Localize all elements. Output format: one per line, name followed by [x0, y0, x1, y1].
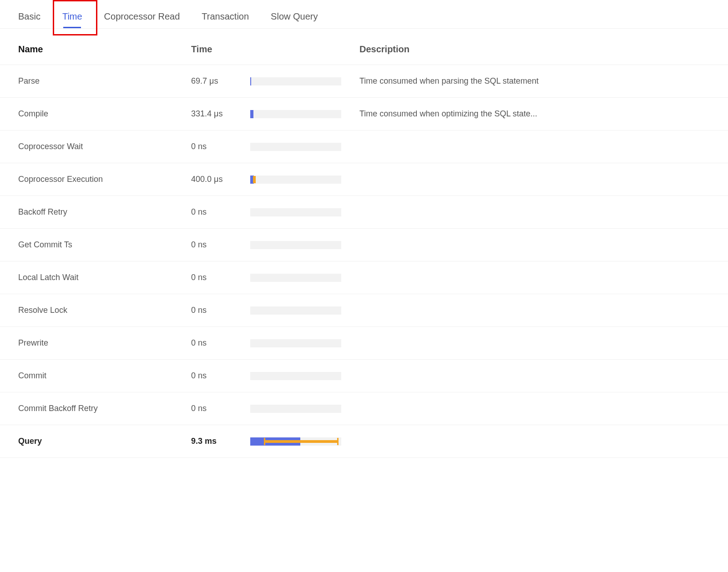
column-header-name[interactable]: Name [18, 44, 191, 55]
table-row[interactable]: Local Latch Wait0 ns [0, 261, 728, 294]
tab-time[interactable]: Time [62, 5, 82, 28]
row-bar-cell [250, 208, 359, 216]
tabs-bar: Basic Time Coprocessor Read Transaction … [0, 0, 728, 29]
row-name: Commit Backoff Retry [18, 404, 191, 413]
bar-track [250, 77, 341, 85]
bar-fill [250, 110, 253, 118]
bar-track [250, 208, 341, 216]
bar-track [250, 176, 341, 184]
row-description: Time consumed when optimizing the SQL st… [359, 109, 710, 119]
row-time-value: 0 ns [191, 404, 250, 413]
row-time-value: 9.3 ms [191, 437, 250, 446]
row-name: Query [18, 437, 191, 446]
row-bar-cell [250, 405, 359, 413]
row-time-value: 331.4 μs [191, 109, 250, 119]
tab-slow-query[interactable]: Slow Query [271, 5, 318, 28]
row-time-value: 0 ns [191, 240, 250, 250]
table-row[interactable]: Coprocessor Wait0 ns [0, 130, 728, 163]
bar-track [250, 306, 341, 315]
row-bar-cell [250, 274, 359, 282]
table-row[interactable]: Parse69.7 μsTime consumed when parsing t… [0, 65, 728, 98]
row-name: Compile [18, 109, 191, 119]
row-bar-cell [250, 306, 359, 315]
tab-basic[interactable]: Basic [18, 5, 40, 28]
table-row[interactable]: Resolve Lock0 ns [0, 294, 728, 327]
row-name: Resolve Lock [18, 306, 191, 315]
row-time-value: 0 ns [191, 371, 250, 381]
row-time-value: 69.7 μs [191, 76, 250, 86]
row-time-value: 0 ns [191, 207, 250, 217]
row-name: Local Latch Wait [18, 273, 191, 282]
row-description: Time consumed when parsing the SQL state… [359, 76, 710, 86]
page-container: Basic Time Coprocessor Read Transaction … [0, 0, 728, 458]
row-time-value: 0 ns [191, 273, 250, 282]
tab-transaction[interactable]: Transaction [202, 5, 249, 28]
bar-error-range [253, 178, 256, 181]
table-row[interactable]: Query9.3 ms [0, 425, 728, 458]
row-name: Parse [18, 76, 191, 86]
bar-error-range [264, 440, 339, 443]
bar-track [250, 405, 341, 413]
row-name: Get Commit Ts [18, 240, 191, 250]
row-name: Coprocessor Wait [18, 142, 191, 151]
time-table: Name Time Description Parse69.7 μsTime c… [0, 29, 728, 458]
row-bar-cell [250, 77, 359, 85]
row-time-value: 0 ns [191, 306, 250, 315]
column-header-time[interactable]: Time [191, 44, 250, 55]
tab-coprocessor-read[interactable]: Coprocessor Read [104, 5, 180, 28]
bar-track [250, 241, 341, 249]
table-row[interactable]: Prewrite0 ns [0, 327, 728, 360]
bar-track [250, 372, 341, 380]
row-bar-cell [250, 241, 359, 249]
row-name: Backoff Retry [18, 207, 191, 217]
row-bar-cell [250, 176, 359, 184]
row-bar-cell [250, 143, 359, 151]
column-header-description[interactable]: Description [359, 44, 710, 55]
table-row[interactable]: Backoff Retry0 ns [0, 196, 728, 229]
bar-track [250, 110, 341, 118]
row-time-value: 0 ns [191, 338, 250, 348]
row-name: Coprocessor Execution [18, 175, 191, 184]
row-time-value: 0 ns [191, 142, 250, 151]
bar-track [250, 143, 341, 151]
row-bar-cell [250, 110, 359, 118]
table-header: Name Time Description [0, 29, 728, 65]
row-time-value: 400.0 μs [191, 175, 250, 184]
table-row[interactable]: Compile331.4 μsTime consumed when optimi… [0, 98, 728, 130]
row-name: Commit [18, 371, 191, 381]
row-bar-cell [250, 339, 359, 347]
bar-track [250, 437, 341, 446]
row-bar-cell [250, 437, 359, 446]
bar-track [250, 274, 341, 282]
table-row[interactable]: Get Commit Ts0 ns [0, 229, 728, 261]
row-name: Prewrite [18, 338, 191, 348]
table-row[interactable]: Commit Backoff Retry0 ns [0, 392, 728, 425]
table-row[interactable]: Commit0 ns [0, 360, 728, 392]
table-row[interactable]: Coprocessor Execution400.0 μs [0, 163, 728, 196]
row-bar-cell [250, 372, 359, 380]
bar-track [250, 339, 341, 347]
bar-fill [250, 77, 251, 85]
